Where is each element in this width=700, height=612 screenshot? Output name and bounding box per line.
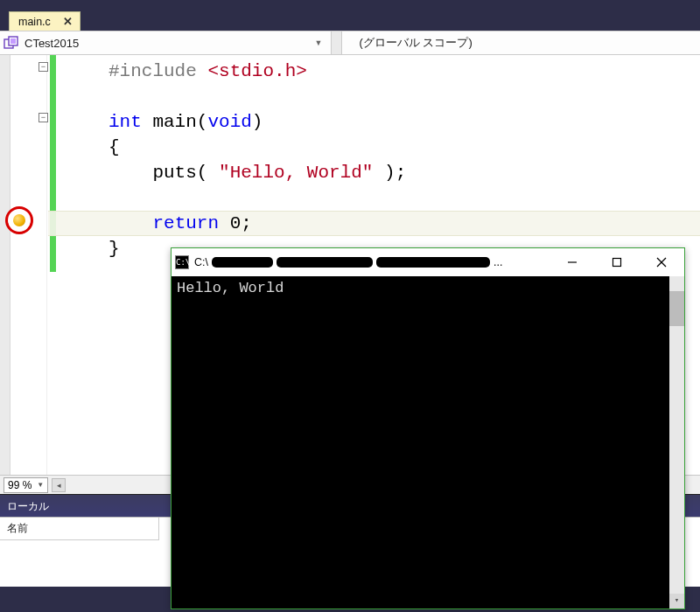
close-icon[interactable]: ✕ — [63, 15, 73, 28]
cmd-icon: C:\ — [175, 255, 189, 269]
execution-pointer-icon[interactable] — [5, 206, 33, 234]
console-output-text: Hello, World — [177, 280, 284, 296]
nav-separator — [332, 31, 342, 54]
navigation-bar: CTest2015 ▼ (グローバル スコープ) — [0, 31, 700, 55]
console-title: C:\ ... — [194, 256, 547, 268]
console-scrollbar[interactable]: ▴ ▾ — [669, 276, 684, 609]
project-name: CTest2015 — [24, 37, 311, 50]
zoom-value: 99 % — [8, 479, 32, 491]
tab-filename: main.c — [18, 16, 51, 28]
tab-strip: main.c ✕ — [0, 7, 700, 31]
project-selector[interactable]: CTest2015 ▼ — [0, 31, 332, 54]
scope-label: (グローバル スコープ) — [360, 35, 472, 51]
indicator-margin — [0, 55, 10, 475]
locals-panel-title: ローカル — [7, 500, 49, 512]
svg-rect-4 — [612, 259, 620, 267]
scope-selector[interactable]: (グローバル スコープ) — [342, 31, 701, 54]
minimize-button[interactable] — [552, 250, 592, 275]
console-output[interactable]: Hello, World ▴ ▾ — [172, 276, 684, 609]
console-window[interactable]: C:\ C:\ ... Hello, World ▴ ▾ — [171, 247, 685, 609]
console-titlebar[interactable]: C:\ C:\ ... — [172, 248, 684, 276]
chevron-down-icon: ▼ — [311, 38, 327, 47]
locals-column-name[interactable]: 名前 — [0, 518, 159, 540]
scroll-thumb[interactable] — [669, 291, 684, 326]
maximize-button[interactable] — [597, 250, 636, 275]
chevron-down-icon: ▼ — [37, 481, 44, 489]
project-icon — [4, 36, 19, 50]
close-button[interactable] — [641, 250, 681, 275]
scroll-left-icon[interactable]: ◂ — [52, 478, 66, 492]
tab-main-c[interactable]: main.c ✕ — [9, 11, 80, 31]
zoom-selector[interactable]: 99 % ▼ — [4, 477, 48, 493]
scroll-down-icon[interactable]: ▾ — [669, 594, 684, 609]
svg-rect-2 — [10, 38, 16, 44]
